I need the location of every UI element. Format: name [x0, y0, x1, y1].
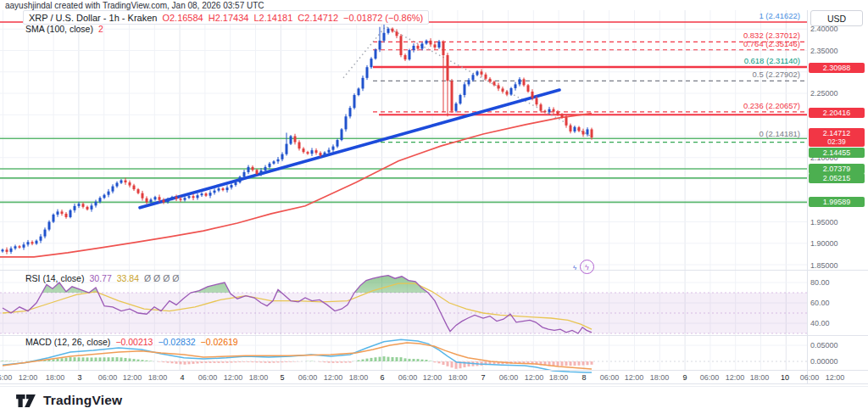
- sma-legend-value: 2: [98, 24, 103, 34]
- rsi-legend[interactable]: RSI (14, close) 30.77 33.84 Ø Ø Ø Ø: [25, 273, 179, 283]
- macd-line-value: −0.02832: [158, 337, 195, 347]
- fib-level-label: 1 (2.41622): [759, 11, 800, 20]
- rsi-value: 30.77: [89, 273, 111, 283]
- lightning-marker-icon: ϟ: [580, 260, 594, 274]
- fib-level-label: 0.236 (2.20657): [743, 101, 800, 110]
- scale-tick[interactable]: 1.90000: [810, 239, 863, 248]
- macd-legend-name: MACD (12, 26, close): [25, 337, 110, 347]
- footer-bar: TradingView: [0, 386, 868, 414]
- symbol-legend[interactable]: XRP / U.S. Dollar - 1h - Kraken O2.16584…: [23, 10, 429, 25]
- rsi-empty-values: Ø Ø Ø Ø: [144, 273, 179, 283]
- scale-tick[interactable]: 1.95000: [810, 218, 863, 227]
- small-bolt-icon: ϟ: [573, 264, 576, 271]
- scale-tick[interactable]: 0.05000: [810, 341, 863, 350]
- tradingview-brand-text[interactable]: TradingView: [43, 393, 122, 408]
- ohlc-close: C2.14712: [298, 13, 338, 23]
- fib-level-label: 0 (2.14181): [759, 129, 800, 138]
- scale-tick[interactable]: 60.00: [810, 299, 863, 307]
- symbol-title: XRP / U.S. Dollar - 1h - Kraken: [29, 13, 157, 23]
- tradingview-logo-icon[interactable]: [15, 393, 36, 409]
- scale-tick[interactable]: 1.85000: [810, 261, 863, 270]
- fib-level-label: 0.764 (2.35146): [743, 39, 800, 48]
- price-badge: 2.20416: [809, 108, 865, 118]
- ohlc-change: −0.01872 (−0.86%): [343, 13, 423, 23]
- price-badge: 1.99589: [809, 197, 865, 207]
- scale-tick[interactable]: 2.35000: [810, 47, 863, 55]
- rsi-legend-name: RSI (14, close): [25, 273, 84, 283]
- sma-legend[interactable]: SMA (100, close) 2: [25, 24, 103, 34]
- price-badge: 2.1471202:39: [809, 128, 865, 147]
- ohlc-low: L2.14181: [253, 13, 292, 23]
- scale-tick[interactable]: 0.00000: [810, 357, 863, 366]
- price-badge: 2.30988: [809, 63, 865, 73]
- time-axis-label[interactable]: 12:00: [818, 373, 852, 382]
- price-badge: 2.14455: [809, 148, 865, 158]
- ohlc-open: O2.16584: [162, 13, 203, 23]
- rsi-ma-value: 33.84: [117, 273, 139, 283]
- scale-tick[interactable]: 2.25000: [810, 89, 863, 98]
- macd-legend[interactable]: MACD (12, 26, close) −0.00213 −0.02832 −…: [25, 337, 238, 347]
- macd-signal-value: −0.02619: [201, 337, 238, 347]
- sma-legend-name: SMA (100, close): [25, 24, 93, 34]
- scale-tick[interactable]: 80.00: [810, 278, 863, 287]
- tradingview-snapshot: aayushjindal created with TradingView.co…: [0, 0, 868, 414]
- price-badge: 2.05215: [809, 173, 865, 183]
- currency-toggle-button[interactable]: USD: [810, 10, 863, 26]
- macd-hist-value: −0.00213: [115, 337, 153, 347]
- fib-level-label: 0.5 (2.27902): [752, 70, 800, 79]
- scale-tick[interactable]: 40.00: [810, 319, 863, 327]
- fib-level-label: 0.618 (2.31140): [744, 56, 800, 65]
- ohlc-high: H2.17434: [209, 13, 249, 23]
- attribution-text: aayushjindal created with TradingView.co…: [5, 1, 264, 10]
- price-chart-canvas[interactable]: [0, 0, 868, 386]
